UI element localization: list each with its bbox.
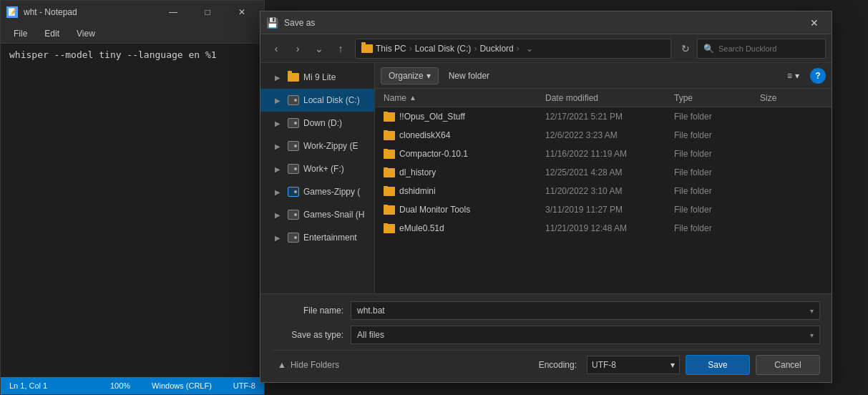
file-name-cell: dshidmini bbox=[381, 186, 542, 196]
column-size[interactable]: Size bbox=[757, 93, 814, 103]
hide-folders-row: ▲ Hide Folders Encoding: UTF-8 ▾ Save Ca… bbox=[272, 350, 820, 375]
filename-row: File name: wht.bat ▾ bbox=[272, 301, 820, 320]
hdd-icon bbox=[288, 187, 299, 197]
sidebar-label: Entertainment bbox=[303, 233, 357, 243]
expand-icon: ▶ bbox=[272, 163, 283, 175]
file-date-cell: 11/16/2022 11:19 AM bbox=[542, 149, 671, 159]
file-date-cell: 11/21/2019 12:48 AM bbox=[542, 223, 671, 233]
table-row[interactable]: eMule0.51d 11/21/2019 12:48 AM File fold… bbox=[375, 219, 832, 238]
hdd-icon bbox=[288, 164, 299, 174]
hdd-icon bbox=[288, 141, 299, 151]
table-row[interactable]: Compactor-0.10.1 11/16/2022 11:19 AM Fil… bbox=[375, 145, 832, 163]
view-button[interactable]: ≡ ▾ bbox=[779, 67, 807, 84]
file-toolbar: Organize ▾ New folder ≡ ▾ ? bbox=[375, 63, 832, 89]
breadcrumb[interactable]: This PC › Local Disk (C:) › Ducklord › ⌄ bbox=[355, 39, 671, 59]
table-row[interactable]: !!Opus_Old_Stuff 12/17/2021 5:21 PM File… bbox=[375, 107, 832, 126]
nav-up-button[interactable]: ↑ bbox=[331, 39, 351, 59]
column-name[interactable]: Name ▲ bbox=[381, 93, 542, 103]
hdd-icon bbox=[288, 95, 299, 105]
savetype-row: Save as type: All files ▾ bbox=[272, 326, 820, 344]
save-as-dialog: 💾 Save as ✕ ‹ › ⌄ ↑ This PC › Local Disk… bbox=[260, 11, 832, 383]
file-name-cell: Compactor-0.10.1 bbox=[381, 149, 542, 159]
dialog-main: Organize ▾ New folder ≡ ▾ ? bbox=[375, 63, 832, 293]
expand-icon: ▶ bbox=[272, 94, 283, 106]
cancel-button[interactable]: Cancel bbox=[756, 355, 820, 375]
sidebar-label: Work-Zippy (E bbox=[303, 141, 358, 151]
sidebar-item-gamessnail[interactable]: ▶ Games-Snail (H bbox=[260, 203, 374, 226]
expand-icon: ▶ bbox=[272, 117, 283, 129]
view-dropdown-icon: ▾ bbox=[795, 71, 799, 81]
search-box[interactable]: 🔍 bbox=[697, 39, 826, 59]
sidebar-label: Down (D:) bbox=[303, 118, 342, 128]
nav-forward-button[interactable]: › bbox=[288, 39, 308, 59]
file-date-cell: 12/6/2022 3:23 AM bbox=[542, 130, 671, 140]
sidebar-label: Local Disk (C:) bbox=[303, 95, 360, 105]
dialog-close-button[interactable]: ✕ bbox=[803, 13, 826, 33]
dialog-bottom: File name: wht.bat ▾ Save as type: All f… bbox=[260, 293, 832, 382]
encoding-select[interactable]: UTF-8 ▾ bbox=[587, 356, 680, 374]
file-type-cell: File folder bbox=[671, 205, 757, 215]
file-name-cell: !!Opus_Old_Stuff bbox=[381, 112, 542, 122]
file-date-cell: 3/11/2019 11:27 PM bbox=[542, 205, 671, 215]
breadcrumb-dropdown-button[interactable]: ⌄ bbox=[522, 39, 537, 59]
sidebar-item-entertainment[interactable]: ▶ Entertainment bbox=[260, 226, 374, 249]
sidebar-item-workplus[interactable]: ▶ Work+ (F:) bbox=[260, 157, 374, 180]
nav-back-button[interactable]: ‹ bbox=[266, 39, 286, 59]
sidebar-item-gameszippy[interactable]: ▶ Games-Zippy ( bbox=[260, 180, 374, 203]
folder-icon bbox=[384, 205, 395, 215]
hdd-icon bbox=[288, 233, 299, 243]
folder-icon bbox=[384, 112, 395, 122]
file-type-cell: File folder bbox=[671, 186, 757, 196]
help-button[interactable]: ? bbox=[810, 68, 826, 84]
table-row[interactable]: Dual Monitor Tools 3/11/2019 11:27 PM Fi… bbox=[375, 200, 832, 219]
file-list-header: Name ▲ Date modified Type Size bbox=[375, 89, 832, 107]
folder-icon bbox=[384, 187, 395, 196]
refresh-button[interactable]: ↻ bbox=[676, 39, 696, 59]
hdd-icon bbox=[288, 118, 299, 128]
file-date-cell: 12/25/2021 4:28 AM bbox=[542, 167, 671, 177]
search-input[interactable] bbox=[718, 44, 819, 53]
breadcrumb-part-0[interactable]: This PC bbox=[376, 44, 406, 54]
filename-input[interactable]: wht.bat ▾ bbox=[351, 301, 820, 320]
file-name-cell: dl_history bbox=[381, 167, 542, 177]
column-type[interactable]: Type bbox=[671, 93, 757, 103]
savetype-input[interactable]: All files ▾ bbox=[351, 326, 820, 344]
dialog-title: Save as bbox=[284, 18, 797, 28]
sidebar-item-workzippy[interactable]: ▶ Work-Zippy (E bbox=[260, 135, 374, 157]
table-row[interactable]: dl_history 12/25/2021 4:28 AM File folde… bbox=[375, 163, 832, 182]
dialog-overlay: 💾 Save as ✕ ‹ › ⌄ ↑ This PC › Local Disk… bbox=[0, 0, 868, 395]
new-folder-button[interactable]: New folder bbox=[442, 68, 497, 84]
table-row[interactable]: clonediskX64 12/6/2022 3:23 AM File fold… bbox=[375, 126, 832, 145]
sidebar-item-downd[interactable]: ▶ Down (D:) bbox=[260, 112, 374, 135]
breadcrumb-part-1[interactable]: Local Disk (C:) bbox=[415, 44, 472, 54]
folder-icon bbox=[288, 73, 299, 82]
sidebar-item-mi9lite[interactable]: ▶ Mi 9 Lite bbox=[260, 66, 374, 89]
file-rows-container: !!Opus_Old_Stuff 12/17/2021 5:21 PM File… bbox=[375, 107, 832, 238]
breadcrumb-sep-0: › bbox=[409, 44, 412, 54]
dialog-body: ▶ Mi 9 Lite ▶ Local Disk (C:) ▶ Down (D:… bbox=[260, 63, 832, 293]
dialog-sidebar: ▶ Mi 9 Lite ▶ Local Disk (C:) ▶ Down (D:… bbox=[260, 63, 375, 293]
file-name-cell: eMule0.51d bbox=[381, 223, 542, 233]
table-row[interactable]: dshidmini 11/20/2022 3:10 AM File folder bbox=[375, 182, 832, 200]
hide-folders-arrow: ▲ bbox=[278, 360, 286, 370]
nav-down-button[interactable]: ⌄ bbox=[309, 39, 329, 59]
sidebar-label: Games-Snail (H bbox=[303, 210, 364, 220]
filename-value: wht.bat bbox=[357, 306, 385, 316]
organize-button[interactable]: Organize ▾ bbox=[381, 67, 439, 84]
organize-dropdown-icon: ▾ bbox=[426, 71, 431, 81]
column-date[interactable]: Date modified bbox=[542, 93, 671, 103]
new-folder-label: New folder bbox=[449, 71, 489, 81]
hide-folders-button[interactable]: ▲ Hide Folders bbox=[272, 357, 345, 373]
expand-icon: ▶ bbox=[272, 209, 283, 220]
encoding-value: UTF-8 bbox=[592, 360, 616, 370]
sidebar-label: Games-Zippy ( bbox=[303, 187, 360, 197]
expand-icon: ▶ bbox=[272, 186, 283, 198]
file-type-cell: File folder bbox=[671, 149, 757, 159]
sidebar-item-localc[interactable]: ▶ Local Disk (C:) bbox=[260, 89, 374, 112]
file-date-cell: 11/20/2022 3:10 AM bbox=[542, 186, 671, 196]
dialog-title-icon: 💾 bbox=[266, 17, 278, 29]
folder-icon bbox=[384, 224, 395, 233]
breadcrumb-part-2[interactable]: Ducklord bbox=[479, 44, 513, 54]
save-button[interactable]: Save bbox=[686, 355, 750, 375]
organize-label: Organize bbox=[389, 71, 424, 81]
